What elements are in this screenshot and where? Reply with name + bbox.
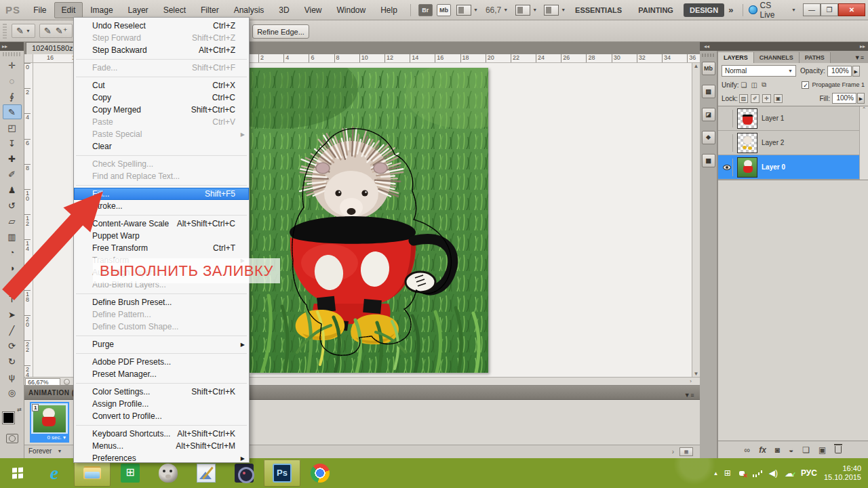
menu-row[interactable]: ▶ <box>74 333 249 338</box>
view-extras-dropdown[interactable]: ▼ <box>456 5 478 16</box>
gradient-tool[interactable]: ▥ <box>3 229 22 244</box>
language-indicator[interactable]: РУС <box>801 468 817 478</box>
blur-tool[interactable]: ◔ <box>3 245 22 260</box>
menu-row[interactable]: Paste Special ▶ <box>74 128 249 140</box>
workspace-tab[interactable]: PAINTING <box>632 3 679 17</box>
quick-selection-tool[interactable]: ✎ <box>3 104 22 119</box>
unify-visibility-icon[interactable]: ◫ <box>751 81 757 89</box>
layer-row[interactable]: Layer 1 <box>718 106 859 131</box>
tray-windows-icon[interactable]: ⊞ <box>724 468 731 478</box>
brush-tool[interactable]: ✐ <box>3 167 22 182</box>
menu-row[interactable]: Cut Ctrl+X ▶ <box>74 79 249 92</box>
new-group-icon[interactable]: ❏ <box>802 445 810 455</box>
menubar-item[interactable]: 3D <box>271 2 296 18</box>
eyedropper-tool[interactable]: ↧ <box>3 136 22 150</box>
lock-position-icon[interactable]: ✛ <box>762 94 771 103</box>
minimize-button[interactable]: — <box>803 3 821 16</box>
menu-row[interactable]: Color Settings... Shift+Ctrl+K ▶ <box>74 386 249 398</box>
blend-mode-dropdown[interactable]: Normal▼ <box>722 65 796 77</box>
expand-panels-icon[interactable]: ▸▸ <box>860 42 868 51</box>
unify-style-icon[interactable]: ⧉ <box>762 81 766 89</box>
foreground-color-swatch[interactable] <box>3 412 14 424</box>
tray-volume-icon[interactable]: ◀) <box>769 468 778 478</box>
workspace-tab[interactable]: DESIGN <box>684 3 724 17</box>
menu-row[interactable]: ▶ <box>74 56 249 62</box>
layer-style-icon[interactable]: fx <box>759 445 766 455</box>
layer-name[interactable]: Layer 0 <box>762 163 785 171</box>
taskbar-app-internet-explorer[interactable]: e <box>36 460 73 487</box>
menubar-item[interactable]: Edit <box>54 2 83 18</box>
panel-tab[interactable]: LAYERS <box>718 52 754 63</box>
dock-panel-icon-3[interactable]: ◪ <box>702 108 715 121</box>
menu-row[interactable]: Menus... Alt+Shift+Ctrl+M ▶ <box>74 440 249 452</box>
tray-network-icon[interactable] <box>753 470 762 477</box>
marquee-tool[interactable]: ◌ <box>3 73 22 88</box>
menu-row[interactable]: Check Spelling... ▶ <box>74 158 249 170</box>
dock-panel-icon-2[interactable]: ▤ <box>702 85 715 98</box>
menu-row[interactable]: ▶ <box>74 152 249 158</box>
hand-tool[interactable]: ψ <box>3 369 22 384</box>
type-tool[interactable]: T <box>3 291 22 306</box>
menu-row[interactable]: Define Custom Shape... ▶ <box>74 321 249 333</box>
menubar-item[interactable]: Filter <box>193 2 226 18</box>
quick-selection-preset[interactable]: ✎▼ <box>12 24 35 38</box>
menu-row[interactable]: Fade... Shift+Ctrl+F ▶ <box>74 62 249 74</box>
menu-row[interactable]: Paste Ctrl+V ▶ <box>74 116 249 128</box>
menu-row[interactable]: ▶ <box>74 380 249 386</box>
clone-stamp-tool[interactable]: ♟ <box>3 182 22 197</box>
menubar-item[interactable]: File <box>26 2 54 18</box>
delete-layer-icon[interactable] <box>835 446 842 453</box>
menu-row[interactable]: Define Brush Preset... ▶ <box>74 296 249 308</box>
menubar-item[interactable]: Help <box>373 2 405 18</box>
lock-all-icon[interactable]: ▣ <box>774 94 783 103</box>
panel-resize-chevron[interactable]: › <box>672 448 674 455</box>
menu-row[interactable]: ▶ <box>74 350 249 356</box>
dock-panel-icon-5[interactable]: ▦ <box>702 154 715 167</box>
menu-row[interactable]: Clear ▶ <box>74 140 249 152</box>
menu-row[interactable]: Preferences ▶ <box>74 452 249 464</box>
opacity-value[interactable]: 100% <box>827 66 852 77</box>
convert-to-timeline-icon[interactable]: ▦ <box>679 447 693 456</box>
menu-row[interactable]: Preset Manager... ▶ <box>74 368 249 380</box>
menu-row[interactable]: Find and Replace Text... ▶ <box>74 170 249 182</box>
link-layers-icon[interactable]: ∞ <box>745 445 751 455</box>
panel-tab[interactable]: PATHS <box>800 52 831 63</box>
adjustment-layer-icon[interactable]: ◒ <box>789 445 793 455</box>
layer-name[interactable]: Layer 1 <box>762 115 784 122</box>
menu-row[interactable]: ▶ <box>74 74 249 79</box>
menu-row[interactable]: ▶ <box>74 422 249 428</box>
scroll-up-icon[interactable]: ▲ <box>692 63 700 69</box>
menu-row[interactable]: Step Backward Alt+Ctrl+Z ▶ <box>74 44 249 56</box>
menu-row[interactable]: ▶ <box>74 212 249 218</box>
lock-transparency-icon[interactable]: ▨ <box>739 94 748 103</box>
frame-delay-dropdown[interactable]: 0 sec. ▾ <box>31 434 68 441</box>
menu-row[interactable]: Step Forward Shift+Ctrl+Z ▶ <box>74 32 249 44</box>
workspace-tab[interactable]: ESSENTIALS <box>569 3 628 17</box>
visibility-toggle[interactable] <box>721 159 733 176</box>
rotate-3d-tool[interactable]: ⟳ <box>3 338 22 353</box>
menu-row[interactable]: ▶ <box>74 182 249 188</box>
clock[interactable]: 16:40 15.10.2015 <box>824 464 861 482</box>
menu-row[interactable]: Copy Ctrl+C ▶ <box>74 92 249 104</box>
menu-row[interactable]: Fill... Shift+F5 ▶ <box>74 188 249 200</box>
refine-edge-button[interactable]: Refine Edge... <box>252 24 309 39</box>
toolbox-collapse-arrows[interactable]: ▸▸ <box>0 42 24 51</box>
bridge-button[interactable]: Br <box>418 4 433 16</box>
lock-pixels-icon[interactable]: ✐ <box>751 94 760 103</box>
arrange-documents-dropdown[interactable]: ▼ <box>515 5 537 16</box>
history-brush-tool[interactable]: ↺ <box>3 198 22 213</box>
dock-panel-mini-bridge[interactable]: Mb <box>702 62 715 75</box>
menu-row[interactable]: Define Pattern... ▶ <box>74 308 249 321</box>
taskbar-app-chrome[interactable] <box>302 460 338 487</box>
close-button[interactable]: ✕ <box>838 3 865 16</box>
layer-name[interactable]: Layer 2 <box>762 139 784 146</box>
menu-row[interactable]: Keyboard Shortcuts... Alt+Shift+Ctrl+K ▶ <box>74 428 249 440</box>
menubar-item[interactable]: Select <box>156 2 193 18</box>
pen-tool[interactable]: ✒ <box>3 276 22 291</box>
workspace-overflow-chevron[interactable]: » <box>728 5 733 15</box>
collapse-panels-icon[interactable]: ◂◂ <box>700 43 709 49</box>
opacity-spinner[interactable]: ▶ <box>852 66 860 77</box>
tray-power-icon[interactable] <box>738 469 746 477</box>
menu-row[interactable]: ▶ <box>74 291 249 296</box>
status-info-icon[interactable] <box>64 379 70 385</box>
